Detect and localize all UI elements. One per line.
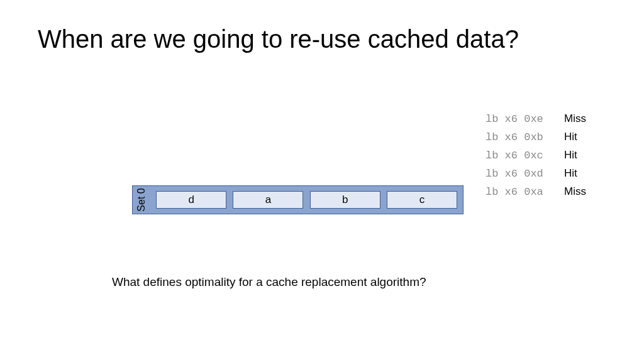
trace-row: lb x6 0xb Hit <box>486 131 586 150</box>
trace-row: lb x6 0xa Miss <box>486 186 586 204</box>
cache-block: d <box>156 191 226 209</box>
cache-set: Set 0 d a b c <box>132 185 464 214</box>
trace-instruction: lb x6 0xe <box>486 114 564 124</box>
cache-block: b <box>310 191 380 209</box>
trace-instruction: lb x6 0xc <box>486 150 564 161</box>
trace-result: Miss <box>564 186 586 197</box>
cache-blocks: d a b c <box>150 186 463 214</box>
memory-trace: lb x6 0xe Miss lb x6 0xb Hit lb x6 0xc H… <box>486 113 586 204</box>
trace-result: Hit <box>564 150 577 160</box>
cache-block: a <box>233 191 303 209</box>
slide-title: When are we going to re-use cached data? <box>38 25 519 53</box>
trace-result: Miss <box>564 113 586 124</box>
trace-instruction: lb x6 0xb <box>486 132 564 143</box>
cache-block: c <box>387 191 457 209</box>
trace-instruction: lb x6 0xa <box>486 187 564 197</box>
set-label: Set 0 <box>136 188 147 211</box>
trace-result: Hit <box>564 131 577 142</box>
trace-result: Hit <box>564 168 577 178</box>
trace-row: lb x6 0xd Hit <box>486 168 586 186</box>
slide-question: What defines optimality for a cache repl… <box>112 275 426 289</box>
trace-row: lb x6 0xe Miss <box>486 113 586 131</box>
set-label-wrap: Set 0 <box>133 186 150 214</box>
trace-instruction: lb x6 0xd <box>486 168 564 179</box>
trace-row: lb x6 0xc Hit <box>486 150 586 168</box>
